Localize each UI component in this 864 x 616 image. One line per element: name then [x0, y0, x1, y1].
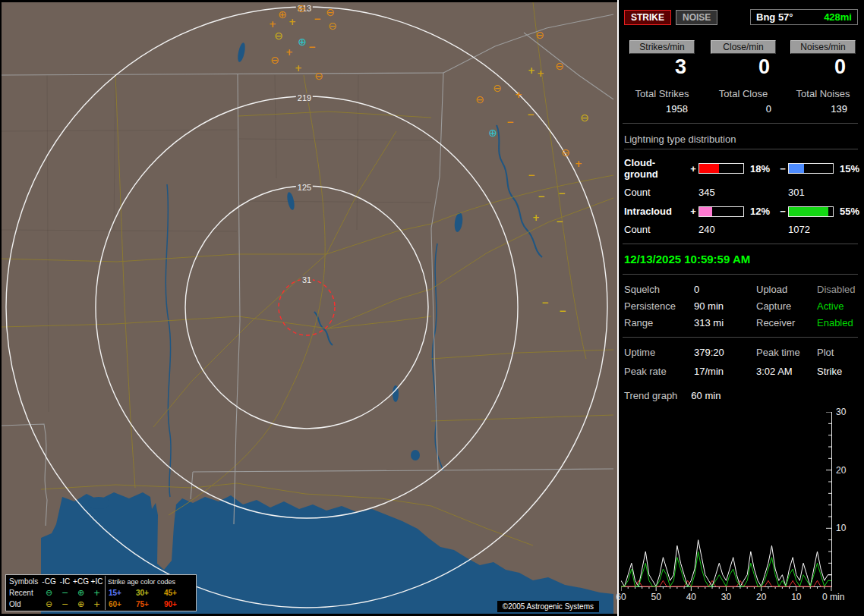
ic-pos-old-icon: +: [89, 599, 105, 609]
ic-neg-bar-fill: [789, 207, 828, 216]
range-ring-label: 219: [296, 93, 313, 102]
total-close-value: 0: [702, 103, 785, 115]
age-75: 75+: [133, 600, 161, 608]
capture-status: Active: [817, 300, 856, 312]
plus-sign: +: [688, 163, 698, 174]
ic-pos-bar-fill: [699, 207, 712, 216]
legend-recent-label: Recent: [8, 589, 41, 597]
legend-type-cg-neg: -CG: [41, 577, 57, 586]
close-per-min-value: 0: [702, 55, 785, 79]
squelch-value: 0: [694, 284, 756, 295]
app-window: 31321912531 ⊖⊕++−⊖⊖⊕+−⊖+⊖⊖⊖⊖+⊖⊖++⊖⊕−−⊖+−…: [0, 0, 864, 616]
cg-neg-percent: 15%: [835, 163, 858, 174]
rate-buttons-row: Strikes/min Close/min Noises/min: [623, 40, 861, 54]
close-per-min-button[interactable]: Close/min: [711, 40, 776, 54]
trend-y-tick: 30: [836, 407, 846, 417]
noises-per-min-value: 0: [785, 55, 861, 79]
indicator-bar: STRIKE NOISE Bng 57° 428mi: [624, 9, 858, 25]
map-panel-divider: [617, 0, 619, 616]
receiver-status: Enabled: [817, 317, 856, 328]
peak-rate-value: 17/min: [694, 366, 756, 377]
bearing-box: Bng 57° 428mi: [750, 9, 858, 25]
cg-pos-recent-icon: ⊕: [73, 588, 89, 598]
noise-indicator-button[interactable]: NOISE: [676, 10, 717, 25]
stats-grid: Uptime 379:20 Peak time Plot Peak rate 1…: [624, 347, 861, 377]
divider: [623, 274, 858, 275]
ic-neg-old-icon: −: [57, 599, 73, 609]
age-15: 15+: [105, 587, 133, 599]
map-panel[interactable]: 31321912531 ⊖⊕++−⊖⊖⊕+−⊖+⊖⊖⊖⊖+⊖⊖++⊖⊕−−⊖+−…: [2, 2, 617, 614]
legend-age-title: Strike age color codes: [105, 576, 189, 587]
strike-indicator-button[interactable]: STRIKE: [624, 10, 671, 25]
peak-rate-label: Peak rate: [624, 366, 694, 377]
intracloud-count-row: Count 240 1072: [624, 224, 861, 235]
trend-x-tick: 50: [647, 592, 665, 602]
total-close-label: Total Close: [702, 88, 785, 99]
legend-recent-row: Recent ⊖ − ⊕ + 15+ 30+ 45+: [8, 587, 194, 599]
upload-status: Disabled: [817, 284, 856, 295]
copyright-notice: ©2005 Astrogenic Systems: [497, 601, 599, 612]
count-label: Count: [624, 224, 688, 235]
divider: [623, 244, 858, 244]
totals-labels-row: Total Strikes Total Close Total Noises: [623, 88, 861, 99]
range-value: 313 mi: [694, 317, 756, 328]
cg-pos-count: 345: [698, 187, 746, 198]
noises-per-min-button[interactable]: Noises/min: [790, 40, 856, 54]
intracloud-label: Intracloud: [624, 206, 688, 217]
legend-old-row: Old ⊖ − ⊕ + 60+ 75+ 90+: [8, 599, 194, 610]
range-ring-label: 31: [301, 275, 313, 284]
trend-graph-label: Trend graph: [624, 390, 677, 401]
peak-time-value: 3:02 AM: [756, 366, 817, 377]
trend-x-tick: 10: [787, 592, 806, 602]
ic-neg-recent-icon: −: [57, 588, 73, 598]
ic-pos-recent-icon: +: [89, 588, 105, 598]
total-strikes-value: 1958: [623, 103, 702, 115]
plot-label: Plot: [817, 347, 856, 358]
range-ring-label: 313: [296, 4, 313, 13]
age-45: 45+: [161, 589, 189, 597]
range-label: Range: [624, 317, 694, 328]
persistence-value: 90 min: [694, 300, 756, 312]
trend-series-strikes: [621, 540, 831, 586]
age-60: 60+: [105, 599, 133, 610]
trend-graph-plot: [621, 412, 834, 592]
trend-x-tick: 0 min: [822, 592, 856, 602]
ic-pos-bar: [698, 206, 744, 217]
range-ring-label: 125: [296, 183, 313, 192]
receiver-label: Receiver: [756, 317, 817, 328]
age-90: 90+: [161, 600, 189, 608]
age-30: 30+: [133, 589, 161, 597]
trend-header: Trend graph 60 min: [624, 390, 861, 401]
status-panel: STRIKE NOISE Bng 57° 428mi Strikes/min C…: [620, 0, 861, 616]
total-noises-label: Total Noises: [785, 88, 861, 99]
intracloud-row: Intracloud + 12% − 55%: [624, 206, 861, 217]
legend-type-cg-pos: +CG: [73, 577, 89, 586]
uptime-value: 379:20: [694, 347, 756, 358]
minus-sign: −: [777, 206, 788, 217]
total-strikes-label: Total Strikes: [623, 88, 702, 99]
cg-neg-old-icon: ⊖: [41, 599, 57, 609]
cg-pos-bar: [698, 163, 744, 174]
cg-neg-bar: [788, 163, 834, 174]
trend-x-tick: 60: [612, 592, 630, 602]
ic-neg-count: 1072: [788, 224, 835, 235]
legend-header-row: Symbols -CG -IC +CG +IC Strike age color…: [8, 576, 194, 587]
ic-pos-percent: 12%: [746, 206, 777, 217]
persistence-label: Persistence: [624, 300, 694, 312]
ic-neg-percent: 55%: [835, 206, 858, 217]
peak-time-label: Peak time: [756, 347, 817, 358]
squelch-label: Squelch: [624, 284, 694, 295]
legend-old-label: Old: [8, 600, 41, 608]
totals-values-row: 1958 0 139: [623, 103, 861, 115]
ic-pos-count: 240: [698, 224, 746, 235]
divider: [623, 123, 858, 124]
strikes-per-min-value: 3: [623, 55, 702, 79]
trend-window-value: 60 min: [691, 390, 721, 401]
strikes-per-min-button[interactable]: Strikes/min: [629, 40, 695, 54]
minus-sign: −: [777, 163, 788, 174]
bearing-distance: 428mi: [824, 11, 852, 23]
plot-value: Strike: [817, 366, 856, 377]
ic-neg-bar: [788, 206, 834, 217]
legend-type-ic-pos: +IC: [89, 577, 105, 586]
uptime-label: Uptime: [624, 347, 694, 358]
